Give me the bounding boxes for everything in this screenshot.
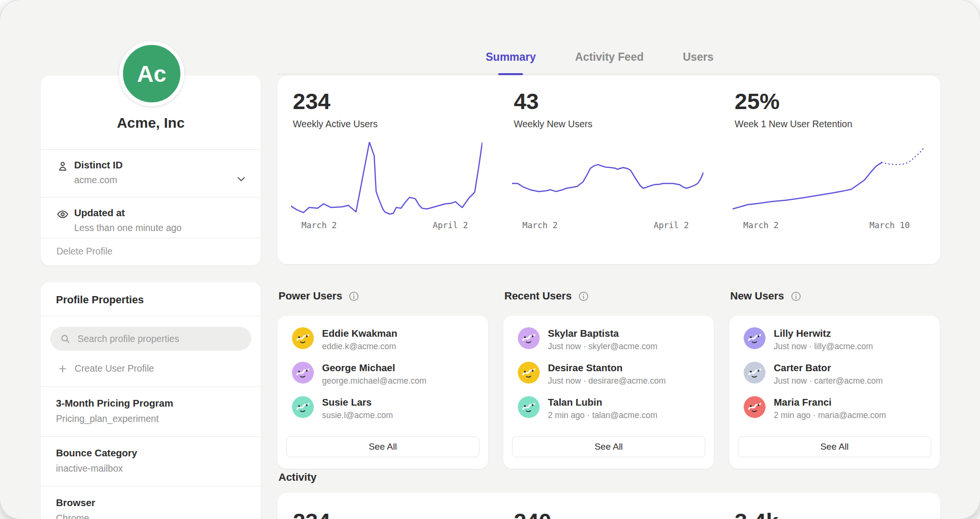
property-name: Bounce Category <box>56 447 245 459</box>
recent-users-section: Recent Users Skylar Baptista Just now · <box>503 290 714 469</box>
user-subtext: 2 min ago · talan@acme.com <box>548 410 657 420</box>
user-name: Talan Lubin <box>548 397 657 408</box>
info-icon[interactable] <box>348 291 359 302</box>
user-avatar <box>518 327 540 349</box>
updated-at-row: Updated at Less than one minute ago <box>41 198 261 238</box>
user-name: Maria Franci <box>774 397 886 408</box>
user-avatar <box>292 396 314 418</box>
search-icon <box>60 333 71 344</box>
search-box[interactable] <box>50 327 251 351</box>
eye-icon <box>56 208 69 221</box>
stat-value: 234 <box>293 90 499 112</box>
see-all-button[interactable]: See All <box>286 436 479 457</box>
x-axis-ticks: March 2 April 2 <box>293 221 484 230</box>
user-row[interactable]: Carter Bator Just now · carter@acme.com <box>744 362 940 386</box>
x-axis-ticks: March 2 April 2 <box>514 221 705 230</box>
user-subtext: Just now · skyler@acme.com <box>548 342 657 352</box>
distinct-id-row: Distinct ID acme.com <box>41 150 261 197</box>
property-value: inactive-mailbox <box>56 463 245 474</box>
property-row[interactable]: 3-Month Pricing Program Pricing_plan_exp… <box>41 387 261 436</box>
x-tick: March 2 <box>523 221 558 230</box>
section-header: Recent Users <box>504 290 714 302</box>
summary-grid: 234 Weekly Active Users March 2 April 2 … <box>278 76 940 264</box>
user-name: Susie Lars <box>322 397 393 408</box>
tab-summary[interactable]: Summary <box>486 40 536 74</box>
user-subtext: Just now · carter@acme.com <box>774 376 883 386</box>
tab-users[interactable]: Users <box>683 40 713 74</box>
user-row[interactable]: George Michael george.michael@acme.com <box>292 362 488 386</box>
company-name: Acme, Inc <box>117 115 185 131</box>
search-input[interactable] <box>78 333 242 344</box>
user-row[interactable]: Eddie Kwakman eddie.k@acme.com <box>292 327 488 352</box>
user-row[interactable]: Desirae Stanton Just now · desirare@acme… <box>518 362 714 386</box>
user-name: Lilly Herwitz <box>774 328 873 339</box>
user-row[interactable]: Lilly Herwitz Just now · lilly@acme.com <box>744 327 940 352</box>
user-avatar <box>744 362 766 384</box>
activity-stat-value: 234 <box>278 510 499 519</box>
x-axis-ticks: March 2 March 10 <box>735 221 926 230</box>
user-name: Carter Bator <box>774 362 883 374</box>
user-row[interactable]: Susie Lars susie.l@acme.com <box>292 396 488 420</box>
company-avatar: Ac <box>119 41 184 106</box>
stat-label: Week 1 New User Retention <box>735 119 940 130</box>
property-row[interactable]: Browser Chrome <box>41 486 261 519</box>
stat-value: 25% <box>735 90 940 112</box>
user-name: Desirae Stanton <box>548 362 666 374</box>
user-avatar <box>744 396 766 418</box>
property-row[interactable]: Bounce Category inactive-mailbox <box>41 437 261 486</box>
user-subtext: 2 min ago · maria@acme.com <box>774 410 886 420</box>
distinct-id-label: Distinct ID <box>74 159 246 171</box>
user-avatar <box>518 362 540 384</box>
stat-week1-retention: 25% Week 1 New User Retention March 2 Ma… <box>719 76 940 264</box>
user-name: Skylar Baptista <box>548 328 657 339</box>
line-chart-weekly-active-users <box>291 142 482 215</box>
activity-section-title: Activity <box>278 471 316 484</box>
profile-properties-card: Profile Properties Create User Profile 3… <box>41 282 261 519</box>
section-header: Power Users <box>278 290 488 302</box>
activity-stat-value: 3.4k <box>719 510 940 519</box>
user-sections: Power Users Eddie Kwakman eddie.k@acme. <box>278 290 940 469</box>
search-wrap <box>41 316 261 351</box>
property-value: Chrome <box>56 513 245 519</box>
user-name: George Michael <box>322 362 426 374</box>
property-value: Pricing_plan_experiment <box>56 413 245 424</box>
activity-grid: 234 240 3.4k <box>278 493 940 519</box>
see-all-button[interactable]: See All <box>738 436 931 457</box>
tab-bar: Summary Activity Feed Users <box>278 40 940 75</box>
stat-label: Weekly New Users <box>514 119 720 130</box>
updated-at-label: Updated at <box>74 207 246 219</box>
user-row[interactable]: Talan Lubin 2 min ago · talan@acme.com <box>518 396 714 420</box>
user-subtext: george.michael@acme.com <box>322 376 426 386</box>
profile-properties-title: Profile Properties <box>41 282 261 316</box>
company-avatar-initials: Ac <box>137 61 166 87</box>
see-all-button[interactable]: See All <box>512 436 705 457</box>
info-icon[interactable] <box>791 291 802 302</box>
stat-value: 43 <box>514 90 720 112</box>
recent-users-card: Skylar Baptista Just now · skyler@acme.c… <box>503 316 714 469</box>
activity-stat-value: 240 <box>499 510 720 519</box>
delete-profile-button[interactable]: Delete Profile <box>41 238 261 265</box>
power-users-card: Eddie Kwakman eddie.k@acme.com George Mi… <box>278 316 488 469</box>
chevron-down-icon[interactable] <box>235 173 247 185</box>
line-chart-weekly-new-users <box>512 142 703 215</box>
user-avatar <box>292 362 314 384</box>
updated-at-value: Less than one minute ago <box>74 222 246 233</box>
tab-activity-feed[interactable]: Activity Feed <box>575 40 644 74</box>
section-title: New Users <box>730 290 784 302</box>
user-avatar <box>292 327 314 349</box>
stat-label: Weekly Active Users <box>293 119 499 130</box>
user-subtext: Just now · desirare@acme.com <box>548 376 666 386</box>
user-row[interactable]: Maria Franci 2 min ago · maria@acme.com <box>744 396 940 420</box>
user-avatar <box>518 396 540 418</box>
info-icon[interactable] <box>578 291 589 302</box>
stat-weekly-new-users: 43 Weekly New Users March 2 April 2 <box>499 76 720 264</box>
user-row[interactable]: Skylar Baptista Just now · skyler@acme.c… <box>518 327 714 352</box>
new-users-card: Lilly Herwitz Just now · lilly@acme.com … <box>729 316 940 469</box>
x-tick: April 2 <box>654 221 689 230</box>
x-tick: March 2 <box>301 221 337 230</box>
create-user-profile-label: Create User Profile <box>75 363 154 374</box>
user-avatar <box>744 327 766 349</box>
create-user-profile-button[interactable]: Create User Profile <box>58 363 261 374</box>
section-title: Power Users <box>278 290 342 302</box>
summary-stats-card: 234 Weekly Active Users March 2 April 2 … <box>278 76 940 264</box>
